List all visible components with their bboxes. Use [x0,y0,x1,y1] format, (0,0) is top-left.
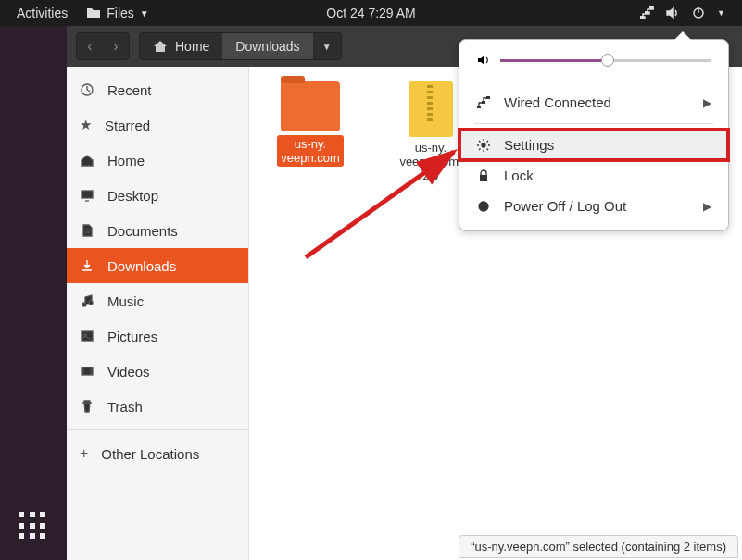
sidebar-item-label: Home [107,153,145,168]
svg-rect-12 [477,106,481,108]
menu-item-label: Lock [504,168,534,183]
network-icon [476,95,491,110]
sidebar-item-label: Trash [107,399,143,415]
chevron-right-icon: ▶ [703,96,711,109]
file-label: us-ny. veepn.com [277,135,344,167]
forward-button[interactable]: › [103,33,129,59]
app-menu-button[interactable]: Files ▼ [86,6,148,20]
archive-icon [409,81,453,137]
sidebar-item-label: Downloads [107,258,176,274]
sidebar-item-downloads[interactable]: Downloads [67,248,248,283]
svg-rect-6 [82,191,93,198]
home-icon [80,153,94,168]
path-dropdown-icon[interactable]: ▼ [313,42,341,52]
lock-icon [476,168,491,183]
sidebar-item-trash[interactable]: Trash [67,389,248,424]
gear-icon [476,138,491,153]
sidebar-item-label: Videos [107,364,150,380]
nav-buttons: ‹ › [76,32,130,60]
menu-item-label: Power Off / Log Out [504,198,626,214]
back-button[interactable]: ‹ [77,33,103,59]
power-icon[interactable] [691,6,706,20]
sidebar-item-pictures[interactable]: Pictures [67,318,248,354]
sidebar-item-videos[interactable]: Videos [67,354,248,389]
sidebar-item-label: Music [107,293,144,309]
volume-icon[interactable] [665,6,680,20]
plus-icon: + [80,445,88,462]
menu-item-wired[interactable]: Wired Connected ▶ [459,87,728,118]
music-icon [80,293,94,308]
svg-rect-16 [480,175,487,181]
separator [474,123,713,124]
svg-point-8 [89,301,93,305]
power-icon [476,199,491,214]
volume-icon [476,53,491,68]
menu-item-label: Settings [504,137,554,153]
volume-slider-row [459,49,728,75]
sidebar-item-recent[interactable]: Recent [67,72,248,107]
svg-point-7 [82,303,86,306]
videos-icon [80,364,94,379]
sidebar-item-other-locations[interactable]: +Other Locations [67,436,248,471]
chevron-down-icon: ▼ [140,8,149,19]
sidebar-item-desktop[interactable]: Desktop [67,178,248,213]
menu-item-power[interactable]: Power Off / Log Out ▶ [459,191,728,221]
path-current[interactable]: Downloads [222,33,312,59]
path-home-label: Home [175,39,209,54]
home-icon [153,39,168,54]
documents-icon [80,223,94,238]
status-bar: “us-ny.veepn.com” selected (containing 2… [459,535,738,558]
svg-point-15 [482,143,485,147]
file-label: us-ny. veepn.com. zip [399,141,461,182]
sidebar-item-music[interactable]: Music [67,283,248,318]
separator [474,81,713,81]
svg-rect-1 [645,11,648,14]
folder-icon [86,6,101,20]
clock[interactable]: Oct 24 7:29 AM [326,6,416,20]
desktop-icon [80,188,94,203]
chevron-right-icon: ▶ [703,200,711,213]
menu-item-lock[interactable]: Lock [459,160,728,191]
sidebar-item-label: Desktop [107,188,158,204]
svg-rect-0 [640,16,644,19]
dock [0,26,67,560]
system-status-menu: Wired Connected ▶ Settings Lock Power Of… [459,39,729,231]
file-item-folder[interactable]: us-ny. veepn.com [264,81,357,167]
downloads-icon [80,258,94,273]
sidebar-item-label: Recent [107,82,152,98]
app-menu-label: Files [107,6,134,20]
clock-icon [80,82,94,97]
folder-icon [281,81,340,131]
path-bar: Home Downloads ▼ [139,32,342,60]
sidebar-item-documents[interactable]: Documents [67,213,248,248]
path-current-label: Downloads [235,39,299,54]
separator [67,429,248,430]
pictures-icon [80,329,94,343]
activities-button[interactable]: Activities [17,6,68,20]
menu-item-label: Wired Connected [504,94,611,110]
sidebar-item-label: Other Locations [101,446,199,462]
path-home[interactable]: Home [140,33,222,59]
places-sidebar: Recent ★Starred Home Desktop Documents D… [67,67,249,560]
sidebar-item-label: Documents [107,223,178,239]
sidebar-item-starred[interactable]: ★Starred [67,107,248,143]
show-applications-button[interactable] [19,512,48,541]
star-icon: ★ [80,117,92,133]
gnome-top-panel: Activities Files ▼ Oct 24 7:29 AM ▼ [0,0,742,26]
sidebar-item-label: Pictures [107,329,157,344]
sidebar-item-home[interactable]: Home [67,143,248,178]
sidebar-item-label: Starred [105,118,150,133]
svg-rect-2 [649,6,653,9]
volume-slider[interactable] [500,59,711,62]
trash-icon [80,399,94,414]
chevron-down-icon[interactable]: ▼ [717,8,725,18]
network-icon[interactable] [639,6,654,20]
menu-item-settings[interactable]: Settings [459,130,728,160]
